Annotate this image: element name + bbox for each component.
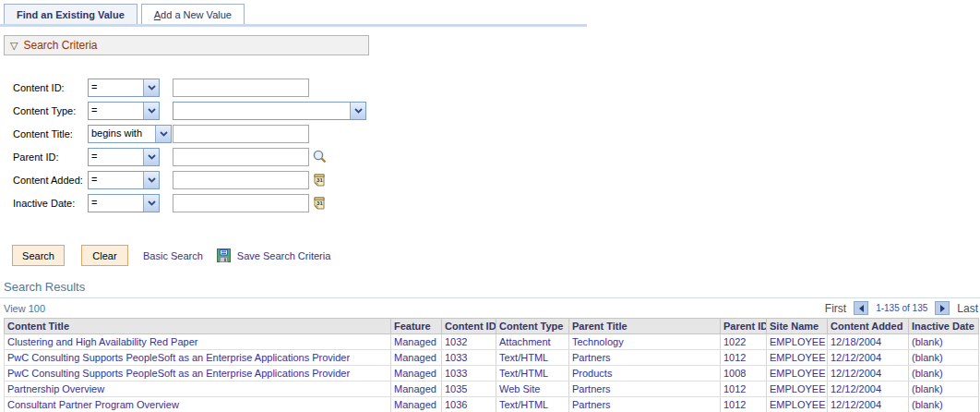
cell-parent-id[interactable]: 1022 [721,334,767,350]
tab-find-existing-value[interactable]: Find an Existing Value [4,4,137,24]
column-header-inactive-date: Inactive Date [909,319,979,334]
search-button[interactable]: Search [12,245,65,266]
svg-text:31: 31 [317,200,323,206]
parent-id-input[interactable] [173,148,309,166]
cell-content-added[interactable]: 12/12/2004 [828,350,909,366]
basic-search-link[interactable]: Basic Search [143,250,203,261]
previous-page-button[interactable] [854,301,868,315]
next-page-button[interactable] [935,301,950,315]
content-id-label: Content ID: [13,82,88,93]
tab-add-accesskey: A [154,9,161,20]
cell-content-id[interactable]: 1036 [442,397,496,412]
cell-inactive-date[interactable]: (blank) [909,366,979,382]
table-row: PwC Consulting Supports PeopleSoft as an… [5,366,979,382]
cell-content-id[interactable]: 1035 [442,382,496,397]
column-header-content-type: Content Type [496,319,569,334]
last-page-link[interactable]: Last [957,302,978,315]
cell-content-type[interactable]: Text/HTML [496,397,569,412]
column-header-site-name: Site Name [767,319,828,334]
cell-content-id[interactable]: 1032 [442,334,496,350]
inactive-date-label: Inactive Date: [13,198,88,209]
field-row-content-added: Content Added: = 31 [13,168,980,191]
content-id-operator-value: = [89,79,143,96]
field-row-content-title: Content Title: begins with [13,122,980,145]
cell-site-name[interactable]: EMPLOYEE [767,382,828,397]
field-row-inactive-date: Inactive Date: = 31 [13,191,980,214]
cell-parent-id[interactable]: 1008 [721,366,767,382]
cell-content-title[interactable]: PwC Consulting Supports PeopleSoft as an… [5,350,391,366]
cell-feature[interactable]: Managed [391,334,442,350]
inactive-date-input[interactable] [173,194,309,212]
search-criteria-groupbox: ▽ Search Criteria [4,35,369,55]
save-icon[interactable] [217,248,231,262]
cell-parent-title[interactable]: Technology [569,334,721,350]
content-added-input[interactable] [173,171,309,189]
cell-feature[interactable]: Managed [391,366,442,382]
cell-parent-id[interactable]: 1012 [721,397,767,412]
content-added-operator-select[interactable]: = [88,171,160,189]
save-search-criteria-link[interactable]: Save Search Criteria [237,250,331,261]
tab-add-new-value[interactable]: Add a New Value [141,4,245,24]
cell-content-type[interactable]: Web Site [496,382,569,397]
cell-content-title[interactable]: Clustering and High Availability Red Pap… [5,334,391,350]
table-row: Consultant Partner Program Overview Mana… [5,397,979,412]
cell-inactive-date[interactable]: (blank) [909,334,979,350]
cell-inactive-date[interactable]: (blank) [909,397,979,412]
cell-content-type[interactable]: Attachment [496,334,569,350]
pagination: First 1-135 of 135 Last [825,301,978,315]
inactive-date-operator-select[interactable]: = [88,194,160,212]
cell-site-name[interactable]: EMPLOYEE [767,334,828,350]
cell-feature[interactable]: Managed [391,350,442,366]
cell-content-added[interactable]: 12/12/2004 [828,382,909,397]
column-header-parent-title: Parent Title [569,319,721,334]
cell-parent-id[interactable]: 1012 [721,382,767,397]
view-all-link[interactable]: View 100 [4,303,45,314]
calendar-icon[interactable]: 31 [312,195,326,211]
first-page-link[interactable]: First [825,302,846,315]
column-header-feature: Feature [391,319,442,334]
parent-id-operator-select[interactable]: = [88,148,160,166]
cell-content-type[interactable]: Text/HTML [496,350,569,366]
content-title-input[interactable] [173,125,309,143]
cell-site-name[interactable]: EMPLOYEE [767,397,828,412]
column-header-content-id: Content ID [442,319,496,334]
cell-content-added[interactable]: 12/18/2004 [828,334,909,350]
chevron-down-icon [143,103,159,119]
cell-content-type[interactable]: Text/HTML [496,366,569,382]
previous-page-icon [859,305,864,312]
cell-content-title[interactable]: Partnership Overview [5,382,391,397]
content-title-operator-select[interactable]: begins with [88,125,172,143]
cell-site-name[interactable]: EMPLOYEE [767,350,828,366]
cell-content-title[interactable]: PwC Consulting Supports PeopleSoft as an… [5,366,391,382]
content-id-operator-select[interactable]: = [88,79,160,97]
cell-content-added[interactable]: 12/12/2004 [828,366,909,382]
cell-feature[interactable]: Managed [391,397,442,412]
lookup-magnifier-icon[interactable] [312,149,328,164]
cell-site-name[interactable]: EMPLOYEE [767,366,828,382]
content-type-value-select[interactable] [173,102,366,120]
cell-content-title[interactable]: Consultant Partner Program Overview [5,397,391,412]
cell-content-id[interactable]: 1033 [442,350,496,366]
cell-feature[interactable]: Managed [391,382,442,397]
table-header-row: Content Title Feature Content ID Content… [5,319,979,334]
result-range-label: 1-135 of 135 [876,303,927,313]
content-type-operator-select[interactable]: = [88,102,160,120]
chevron-down-icon [143,172,159,188]
table-row: Clustering and High Availability Red Pap… [5,334,979,350]
content-added-label: Content Added: [13,175,88,186]
cell-parent-title[interactable]: Partners [569,397,721,412]
cell-parent-id[interactable]: 1012 [721,350,767,366]
cell-parent-title[interactable]: Products [569,366,721,382]
content-id-input[interactable] [173,79,309,97]
cell-parent-title[interactable]: Partners [569,350,721,366]
parent-id-label: Parent ID: [13,151,88,163]
calendar-icon[interactable]: 31 [312,172,326,188]
cell-content-id[interactable]: 1033 [442,366,496,382]
cell-parent-title[interactable]: Partners [569,382,721,397]
collapse-triangle-icon[interactable]: ▽ [10,40,18,52]
cell-inactive-date[interactable]: (blank) [909,382,979,397]
cell-content-added[interactable]: 12/12/2004 [828,397,909,412]
cell-inactive-date[interactable]: (blank) [909,350,979,366]
clear-button[interactable]: Clear [81,245,128,266]
inactive-date-operator-value: = [89,195,143,212]
